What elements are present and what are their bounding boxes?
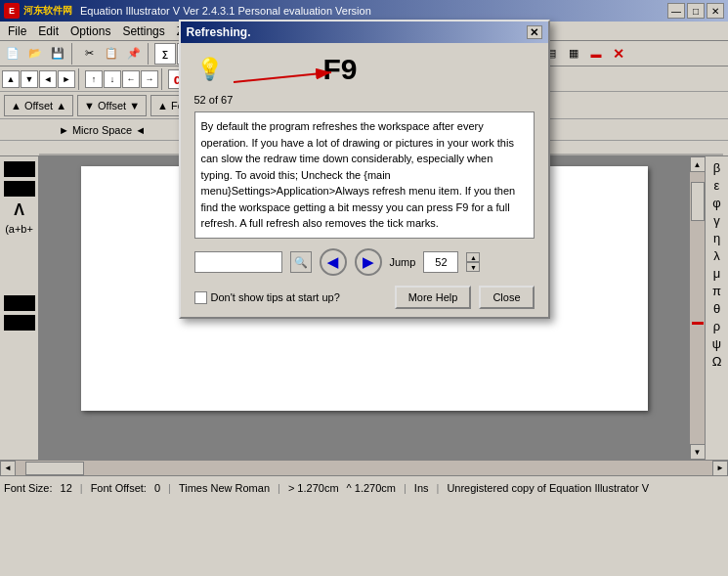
lightbulb-icon: 💡 (194, 54, 226, 85)
dialog-tip-header: 💡 F9 (194, 53, 535, 86)
search-button[interactable]: 🔍 (290, 251, 312, 273)
dialog-nav-row: 🔍 ◀ ▶ Jump 52 ▲ ▼ (194, 248, 535, 276)
tip-text-box[interactable]: By default the program refreshes the wor… (194, 111, 535, 239)
next-tip-button[interactable]: ▶ (355, 248, 382, 276)
dialog-overlay: Refreshing. ✕ 💡 (0, 0, 728, 576)
jump-spinner[interactable]: ▲ ▼ (466, 252, 480, 272)
dialog-body: 💡 F9 52 of 67 (181, 43, 548, 317)
jump-label: Jump (390, 256, 416, 268)
dialog-title-text: Refreshing. (187, 25, 251, 39)
prev-tip-button[interactable]: ◀ (320, 248, 347, 276)
main-content: Λ (a+b+ ▲ ▼ β ε φ γ η λ μ π θ ρ (0, 156, 728, 460)
dont-show-checkbox[interactable] (194, 291, 207, 304)
jump-input[interactable]: 52 (423, 251, 458, 273)
dialog-close-x-button[interactable]: ✕ (527, 25, 542, 39)
search-input[interactable] (194, 251, 282, 273)
jump-up-button[interactable]: ▲ (466, 252, 480, 262)
dont-show-checkbox-label[interactable]: Don't show tips at start up? (194, 291, 340, 304)
tip-text: By default the program refreshes the wor… (201, 120, 516, 229)
red-arrow-icon (224, 53, 380, 102)
dont-show-text: Don't show tips at start up? (211, 291, 340, 303)
dialog-title-bar: Refreshing. ✕ (181, 22, 548, 43)
more-help-button[interactable]: More Help (395, 286, 472, 309)
jump-down-button[interactable]: ▼ (466, 262, 480, 272)
dialog-refreshing: Refreshing. ✕ 💡 (179, 20, 550, 319)
dialog-footer-row: Don't show tips at start up? More Help C… (194, 286, 535, 309)
svg-line-2 (234, 72, 331, 82)
close-dialog-button[interactable]: Close (479, 286, 534, 309)
